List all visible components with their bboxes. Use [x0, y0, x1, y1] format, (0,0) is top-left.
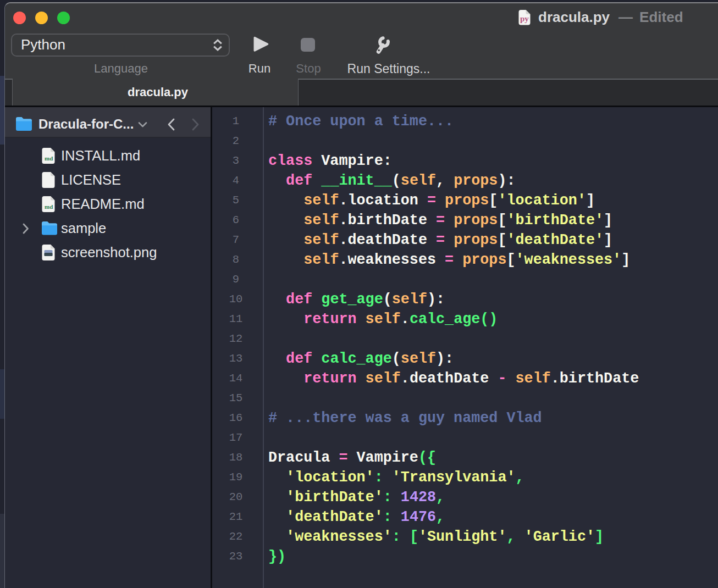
svg-text:py: py	[520, 14, 529, 23]
svg-text:md: md	[45, 203, 53, 210]
svg-text:md: md	[45, 155, 53, 162]
